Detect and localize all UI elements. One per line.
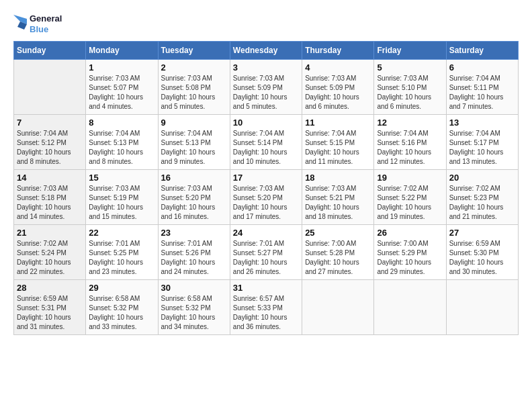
day-number: 20	[449, 173, 515, 183]
calendar-cell: 23Sunrise: 7:01 AMSunset: 5:26 PMDayligh…	[158, 225, 230, 280]
day-info: Sunrise: 7:03 AMSunset: 5:07 PMDaylight:…	[89, 74, 154, 111]
logo-container: General Blue	[13, 13, 62, 34]
calendar-cell: 26Sunrise: 7:00 AMSunset: 5:29 PMDayligh…	[374, 225, 446, 280]
calendar-cell: 24Sunrise: 7:01 AMSunset: 5:27 PMDayligh…	[230, 225, 302, 280]
day-number: 12	[377, 118, 443, 128]
day-number: 9	[161, 118, 227, 128]
calendar-cell: 22Sunrise: 7:01 AMSunset: 5:25 PMDayligh…	[86, 225, 158, 280]
day-number: 3	[233, 62, 299, 73]
day-number: 4	[305, 62, 371, 73]
calendar-cell: 14Sunrise: 7:03 AMSunset: 5:18 PMDayligh…	[14, 170, 86, 225]
calendar-cell	[446, 280, 518, 335]
calendar-cell: 18Sunrise: 7:03 AMSunset: 5:21 PMDayligh…	[302, 170, 374, 225]
calendar-cell	[302, 280, 374, 335]
day-number: 6	[449, 62, 515, 73]
day-number: 11	[305, 118, 371, 128]
day-info: Sunrise: 7:03 AMSunset: 5:20 PMDaylight:…	[161, 184, 227, 222]
day-info: Sunrise: 7:01 AMSunset: 5:25 PMDaylight:…	[89, 239, 154, 277]
calendar-week-4: 21Sunrise: 7:02 AMSunset: 5:24 PMDayligh…	[14, 225, 519, 280]
day-header-tuesday: Tuesday	[158, 42, 230, 60]
logo: General Blue	[13, 13, 62, 34]
day-header-saturday: Saturday	[446, 42, 518, 60]
calendar-cell: 31Sunrise: 6:57 AMSunset: 5:33 PMDayligh…	[230, 280, 302, 335]
day-number: 2	[161, 62, 227, 73]
calendar-cell: 27Sunrise: 6:59 AMSunset: 5:30 PMDayligh…	[446, 225, 518, 280]
day-info: Sunrise: 7:04 AMSunset: 5:16 PMDaylight:…	[377, 129, 443, 167]
calendar-cell: 3Sunrise: 7:03 AMSunset: 5:09 PMDaylight…	[230, 60, 302, 115]
day-number: 15	[89, 173, 154, 183]
day-number: 1	[89, 62, 154, 73]
calendar-cell: 8Sunrise: 7:04 AMSunset: 5:13 PMDaylight…	[86, 115, 158, 170]
day-info: Sunrise: 7:00 AMSunset: 5:28 PMDaylight:…	[305, 239, 371, 277]
logo-text: General Blue	[30, 13, 62, 34]
day-info: Sunrise: 7:04 AMSunset: 5:12 PMDaylight:…	[17, 129, 83, 167]
day-info: Sunrise: 7:04 AMSunset: 5:13 PMDaylight:…	[161, 129, 227, 167]
day-number: 5	[377, 62, 443, 73]
day-info: Sunrise: 6:59 AMSunset: 5:30 PMDaylight:…	[449, 239, 515, 277]
day-number: 25	[305, 228, 371, 238]
calendar-week-3: 14Sunrise: 7:03 AMSunset: 5:18 PMDayligh…	[14, 170, 519, 225]
calendar-header-row: SundayMondayTuesdayWednesdayThursdayFrid…	[14, 42, 519, 60]
day-info: Sunrise: 7:03 AMSunset: 5:18 PMDaylight:…	[17, 184, 83, 222]
calendar-cell: 15Sunrise: 7:03 AMSunset: 5:19 PMDayligh…	[86, 170, 158, 225]
calendar-cell: 19Sunrise: 7:02 AMSunset: 5:22 PMDayligh…	[374, 170, 446, 225]
day-number: 10	[233, 118, 299, 128]
day-number: 16	[161, 173, 227, 183]
day-header-wednesday: Wednesday	[230, 42, 302, 60]
calendar-cell: 16Sunrise: 7:03 AMSunset: 5:20 PMDayligh…	[158, 170, 230, 225]
calendar-cell: 21Sunrise: 7:02 AMSunset: 5:24 PMDayligh…	[14, 225, 86, 280]
day-number: 26	[377, 228, 443, 238]
day-info: Sunrise: 7:04 AMSunset: 5:13 PMDaylight:…	[89, 129, 154, 167]
day-info: Sunrise: 7:01 AMSunset: 5:26 PMDaylight:…	[161, 239, 227, 277]
page-header: General Blue	[13, 13, 519, 34]
day-header-sunday: Sunday	[14, 42, 86, 60]
day-number: 23	[161, 228, 227, 238]
calendar-week-5: 28Sunrise: 6:59 AMSunset: 5:31 PMDayligh…	[14, 280, 519, 335]
day-info: Sunrise: 6:59 AMSunset: 5:31 PMDaylight:…	[17, 294, 83, 332]
day-number: 19	[377, 173, 443, 183]
calendar-cell: 9Sunrise: 7:04 AMSunset: 5:13 PMDaylight…	[158, 115, 230, 170]
day-header-monday: Monday	[86, 42, 158, 60]
day-header-thursday: Thursday	[302, 42, 374, 60]
day-number: 7	[17, 118, 83, 128]
day-number: 31	[233, 283, 299, 293]
day-number: 8	[89, 118, 154, 128]
day-info: Sunrise: 7:04 AMSunset: 5:14 PMDaylight:…	[233, 129, 299, 167]
day-info: Sunrise: 7:03 AMSunset: 5:10 PMDaylight:…	[377, 74, 443, 111]
calendar-week-1: 1Sunrise: 7:03 AMSunset: 5:07 PMDaylight…	[14, 60, 519, 115]
day-number: 21	[17, 228, 83, 238]
day-number: 17	[233, 173, 299, 183]
calendar-cell: 4Sunrise: 7:03 AMSunset: 5:09 PMDaylight…	[302, 60, 374, 115]
day-info: Sunrise: 7:03 AMSunset: 5:21 PMDaylight:…	[305, 184, 371, 222]
day-header-friday: Friday	[374, 42, 446, 60]
calendar-cell: 6Sunrise: 7:04 AMSunset: 5:11 PMDaylight…	[446, 60, 518, 115]
day-number: 22	[89, 228, 154, 238]
day-number: 18	[305, 173, 371, 183]
calendar-cell: 20Sunrise: 7:02 AMSunset: 5:23 PMDayligh…	[446, 170, 518, 225]
calendar-cell	[14, 60, 86, 115]
calendar-cell: 5Sunrise: 7:03 AMSunset: 5:10 PMDaylight…	[374, 60, 446, 115]
calendar-cell: 30Sunrise: 6:58 AMSunset: 5:32 PMDayligh…	[158, 280, 230, 335]
day-info: Sunrise: 7:02 AMSunset: 5:23 PMDaylight:…	[449, 184, 515, 222]
calendar-cell: 10Sunrise: 7:04 AMSunset: 5:14 PMDayligh…	[230, 115, 302, 170]
logo-bird-icon	[13, 15, 27, 34]
day-info: Sunrise: 7:00 AMSunset: 5:29 PMDaylight:…	[377, 239, 443, 277]
day-info: Sunrise: 7:03 AMSunset: 5:08 PMDaylight:…	[161, 74, 227, 111]
day-info: Sunrise: 7:03 AMSunset: 5:19 PMDaylight:…	[89, 184, 154, 222]
day-info: Sunrise: 7:02 AMSunset: 5:22 PMDaylight:…	[377, 184, 443, 222]
day-info: Sunrise: 7:03 AMSunset: 5:09 PMDaylight:…	[233, 74, 299, 111]
calendar-cell: 12Sunrise: 7:04 AMSunset: 5:16 PMDayligh…	[374, 115, 446, 170]
day-number: 29	[89, 283, 154, 293]
calendar-table: SundayMondayTuesdayWednesdayThursdayFrid…	[13, 41, 519, 335]
day-number: 27	[449, 228, 515, 238]
calendar-cell: 29Sunrise: 6:58 AMSunset: 5:32 PMDayligh…	[86, 280, 158, 335]
day-number: 13	[449, 118, 515, 128]
calendar-cell	[374, 280, 446, 335]
day-number: 24	[233, 228, 299, 238]
day-info: Sunrise: 7:04 AMSunset: 5:17 PMDaylight:…	[449, 129, 515, 167]
day-number: 30	[161, 283, 227, 293]
calendar-cell: 13Sunrise: 7:04 AMSunset: 5:17 PMDayligh…	[446, 115, 518, 170]
day-info: Sunrise: 6:57 AMSunset: 5:33 PMDaylight:…	[233, 294, 299, 332]
calendar-cell: 25Sunrise: 7:00 AMSunset: 5:28 PMDayligh…	[302, 225, 374, 280]
day-info: Sunrise: 7:04 AMSunset: 5:11 PMDaylight:…	[449, 74, 515, 111]
